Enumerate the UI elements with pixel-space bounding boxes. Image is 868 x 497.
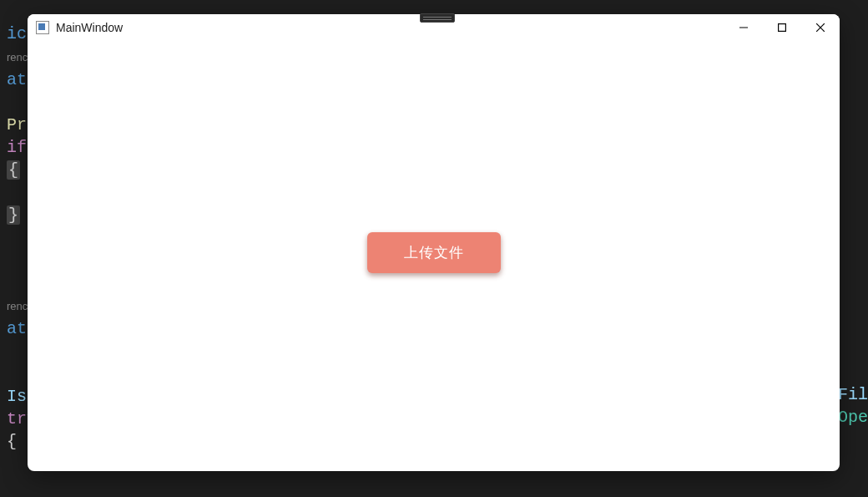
upload-file-button[interactable]: 上传文件 bbox=[367, 232, 501, 273]
references-badge: renc bbox=[7, 300, 28, 312]
maximize-button[interactable] bbox=[763, 14, 801, 41]
window-title: MainWindow bbox=[56, 21, 123, 34]
code-fragment: if bbox=[7, 138, 27, 157]
window-body: 上传文件 bbox=[28, 41, 840, 471]
close-icon bbox=[816, 23, 825, 32]
panel-drag-handle[interactable] bbox=[420, 13, 455, 23]
brace-close: } bbox=[7, 205, 20, 225]
code-fragment: { bbox=[7, 432, 17, 451]
maximize-icon bbox=[778, 23, 786, 32]
minimize-button[interactable] bbox=[724, 14, 763, 41]
brace-open: { bbox=[7, 160, 20, 180]
main-window: MainWindow 上传文件 bbox=[28, 14, 840, 471]
close-button[interactable] bbox=[801, 14, 840, 41]
window-controls bbox=[724, 14, 840, 41]
references-badge: renc bbox=[7, 51, 28, 63]
code-fragment: Ope bbox=[838, 408, 868, 427]
window-icon bbox=[36, 21, 49, 34]
minimize-icon bbox=[739, 23, 748, 32]
code-fragment: Fil bbox=[838, 385, 868, 404]
svg-rect-1 bbox=[779, 24, 786, 32]
